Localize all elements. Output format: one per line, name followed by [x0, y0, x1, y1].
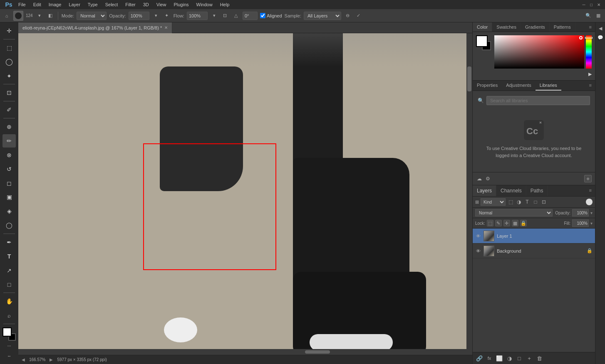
filter-type-icon[interactable]: T — [524, 199, 531, 205]
layer-mode-select[interactable]: Normal Dissolve Multiply — [475, 209, 553, 216]
menu-3d[interactable]: 3D — [140, 1, 152, 8]
maximize-button[interactable]: □ — [588, 2, 594, 7]
layer-fx-icon[interactable]: fx — [485, 354, 493, 362]
tool-brush[interactable]: ✏ — [2, 134, 16, 148]
lock-pixels-icon[interactable]: ✎ — [495, 220, 502, 226]
lock-artboard-icon[interactable]: ▦ — [512, 220, 518, 226]
menu-help[interactable]: Help — [217, 1, 233, 8]
fill-value-input[interactable] — [572, 219, 589, 227]
tool-zoom[interactable]: ⌕ — [2, 309, 16, 322]
layer-new-icon[interactable]: + — [525, 354, 533, 362]
filter-pixel-icon[interactable]: ⬚ — [507, 199, 514, 205]
tool-more[interactable]: ··· — [7, 343, 11, 348]
tool-lasso[interactable]: ◯ — [2, 55, 16, 69]
tool-crop[interactable]: ⊡ — [2, 86, 16, 99]
layer-visibility-layer1[interactable]: 👁 — [475, 233, 481, 239]
tab-adjustments[interactable]: Adjustments — [502, 81, 536, 91]
brush-dropdown-icon[interactable]: ▾ — [35, 12, 44, 20]
color-gradient-square[interactable] — [494, 35, 584, 69]
color-cursor[interactable] — [579, 36, 583, 39]
tool-eyedropper[interactable]: ✐ — [2, 103, 16, 116]
tool-spot-heal[interactable]: ⊕ — [2, 120, 16, 133]
layer-group-icon[interactable]: □ — [515, 354, 523, 362]
aligned-checkbox[interactable] — [260, 13, 265, 18]
menu-view[interactable]: View — [153, 1, 170, 8]
hue-cursor[interactable] — [585, 37, 593, 39]
fix-icon[interactable]: ✓ — [355, 12, 363, 20]
canvas-scrollbar-vertical[interactable] — [466, 33, 472, 355]
menu-plugins[interactable]: Plugins — [170, 1, 192, 8]
filter-kind-select[interactable]: Kind Name Effect — [481, 198, 506, 206]
tab-libraries[interactable]: Libraries — [536, 81, 561, 91]
hue-bar[interactable] — [586, 35, 592, 69]
menu-image[interactable]: Image — [45, 1, 65, 8]
menu-file[interactable]: File — [15, 1, 29, 8]
tab-patterns[interactable]: Patterns — [550, 22, 575, 32]
angle-icon[interactable]: △ — [232, 12, 240, 20]
tab-properties[interactable]: Properties — [473, 81, 502, 91]
workspace-icon[interactable]: ▦ — [594, 12, 603, 20]
mode-select[interactable]: Normal Dissolve Multiply — [77, 12, 107, 20]
filter-smart-icon[interactable]: ⊡ — [541, 199, 547, 205]
tab-close-icon[interactable]: ✕ — [164, 25, 168, 30]
tool-blur[interactable]: ◈ — [2, 204, 16, 218]
menu-edit[interactable]: Edit — [30, 1, 45, 8]
filter-shape-icon[interactable]: □ — [532, 199, 539, 205]
menu-type[interactable]: Type — [84, 1, 101, 8]
layers-panel-menu[interactable]: ≡ — [586, 185, 595, 196]
tool-clone[interactable]: ⊗ — [2, 148, 16, 162]
airbrush-icon[interactable]: ✦ — [163, 12, 171, 20]
document-tab[interactable]: eliott-reyna-jCEpN62oWL4-unsplash.jpg @ … — [18, 22, 172, 33]
opacity-dropdown-icon[interactable]: ▾ — [152, 12, 160, 20]
tool-marquee[interactable]: ⬚ — [2, 41, 16, 54]
nav-right-icon[interactable]: ▶ — [50, 357, 53, 362]
tab-paths[interactable]: Paths — [526, 185, 548, 196]
home-icon[interactable]: ⌂ — [2, 12, 11, 20]
search-icon[interactable]: 🔍 — [584, 12, 593, 20]
color-panel-menu[interactable]: ≡ — [586, 22, 595, 32]
tool-shape[interactable]: □ — [2, 278, 16, 291]
menu-layer[interactable]: Layer — [65, 1, 84, 8]
cloud-icon[interactable]: ☁ — [476, 175, 483, 182]
tool-history-brush[interactable]: ↺ — [2, 162, 16, 176]
diff-icon[interactable]: ⊖ — [344, 12, 352, 20]
opacity-dropdown-icon[interactable]: ▾ — [590, 211, 593, 215]
smoothing-icon[interactable]: ⊡ — [221, 12, 229, 20]
fg-bg-colors[interactable] — [2, 327, 16, 341]
lock-position-icon[interactable]: ✛ — [503, 220, 510, 226]
layer-visibility-background[interactable]: 👁 — [475, 248, 481, 254]
tab-layers[interactable]: Layers — [473, 185, 496, 196]
fill-dropdown-icon[interactable]: ▾ — [590, 221, 593, 226]
tab-gradients[interactable]: Gradients — [521, 22, 550, 32]
scroll-thumb-vertical[interactable] — [467, 66, 471, 91]
add-library-button[interactable]: + — [584, 175, 592, 182]
flow-input[interactable] — [187, 12, 208, 20]
opacity-input[interactable] — [129, 12, 149, 20]
layers-list[interactable]: 👁 Layer 1 👁 Background 🔒 — [473, 229, 595, 352]
filter-adjust-icon[interactable]: ◑ — [516, 199, 522, 205]
prop-panel-menu[interactable]: ≡ — [586, 81, 595, 91]
foreground-color[interactable] — [2, 327, 12, 337]
lock-transparent-icon[interactable]: ⬚ — [487, 220, 493, 226]
tool-eraser[interactable]: ◻ — [2, 177, 16, 190]
tab-swatches[interactable]: Swatches — [492, 22, 521, 32]
layer-adjustment-icon[interactable]: ◑ — [505, 354, 513, 362]
nav-left-icon[interactable]: ◀ — [22, 357, 25, 362]
layer-mask-icon[interactable]: ⬜ — [495, 354, 503, 362]
panel-collapse-icon[interactable]: ◀ — [596, 24, 605, 32]
canvas-container[interactable] — [18, 33, 472, 355]
tool-type[interactable]: T — [2, 250, 16, 263]
lock-all-icon[interactable]: 🔒 — [520, 220, 527, 226]
layer-delete-icon[interactable]: 🗑 — [535, 354, 543, 362]
fg-bg-swatch-area[interactable] — [476, 35, 491, 50]
sample-select[interactable]: All Layers Current Layer Current & Below — [304, 12, 341, 20]
settings-icon[interactable]: ⚙ — [484, 175, 491, 182]
layer-item-background[interactable]: 👁 Background 🔒 — [473, 243, 595, 258]
tab-channels[interactable]: Channels — [496, 185, 526, 196]
brush-mode-icon[interactable]: ◧ — [46, 12, 55, 20]
scroll-thumb-horizontal[interactable] — [305, 350, 330, 354]
color-gradient-area[interactable]: ▶ — [494, 35, 592, 77]
tool-path-select[interactable]: ↗ — [2, 264, 16, 277]
tool-extra[interactable]: ↔ — [2, 349, 16, 362]
filter-toggle[interactable] — [586, 199, 593, 205]
